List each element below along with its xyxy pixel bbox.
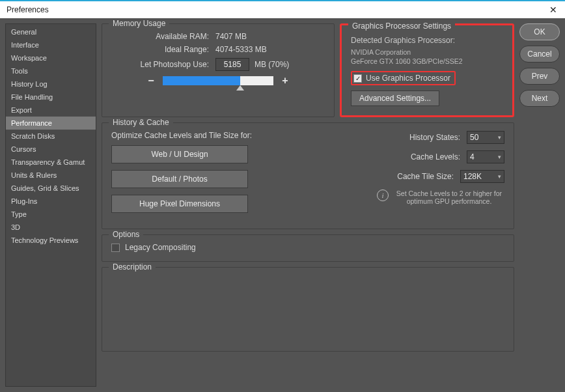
sidebar-item-guides-grid-slices[interactable]: Guides, Grid & Slices [6, 182, 96, 195]
options-group: Options Legacy Compositing [102, 234, 514, 262]
sidebar-item-transparency-gamut[interactable]: Transparency & Gamut [6, 156, 96, 169]
sidebar-item-cursors[interactable]: Cursors [6, 143, 96, 156]
sidebar-item-performance[interactable]: Performance [6, 117, 96, 130]
history-states-label: History States: [409, 133, 460, 142]
sidebar-item-workspace[interactable]: Workspace [6, 51, 96, 64]
gpu-advanced-button[interactable]: Advanced Settings... [351, 91, 439, 106]
gpu-detected-label: Detected Graphics Processor: [351, 36, 503, 45]
sidebar-item-interface[interactable]: Interface [6, 38, 96, 51]
history-cache-legend: History & Cache [109, 118, 173, 127]
preferences-sidebar: GeneralInterfaceWorkspaceToolsHistory Lo… [5, 23, 96, 387]
cache-tile-select[interactable]: 128K▾ [460, 170, 504, 183]
ideal-range-value: 4074-5333 MB [215, 45, 267, 54]
next-button[interactable]: Next [519, 90, 560, 107]
ideal-range-label: Ideal Range: [111, 45, 215, 54]
let-use-suffix: MB (70%) [255, 60, 289, 69]
sidebar-item-3d[interactable]: 3D [6, 221, 96, 234]
description-legend: Description [109, 262, 156, 272]
legacy-compositing-checkbox[interactable] [111, 244, 120, 252]
use-gpu-checkbox-row[interactable]: ✓ Use Graphics Processor [351, 71, 456, 85]
chevron-down-icon: ▾ [498, 154, 501, 160]
prev-button[interactable]: Prev [519, 68, 560, 85]
chevron-down-icon: ▾ [498, 173, 501, 180]
optimize-label: Optimize Cache Levels and Tile Size for: [111, 131, 290, 140]
sidebar-item-units-rulers[interactable]: Units & Rulers [6, 169, 96, 182]
sidebar-item-general[interactable]: General [6, 25, 96, 38]
preset-huge-pixel[interactable]: Huge Pixel Dimensions [111, 195, 248, 213]
sidebar-item-file-handling[interactable]: File Handling [6, 91, 96, 104]
memory-slider-thumb[interactable] [236, 85, 244, 91]
history-states-select[interactable]: 50▾ [467, 131, 504, 144]
let-use-label: Let Photoshop Use: [111, 60, 215, 69]
available-ram-value: 7407 MB [215, 32, 247, 41]
cache-levels-label: Cache Levels: [411, 152, 460, 161]
preset-default-photos[interactable]: Default / Photos [111, 170, 248, 188]
legacy-compositing-row[interactable]: Legacy Compositing [111, 243, 504, 252]
let-use-input[interactable] [215, 58, 249, 71]
memory-slider-fill [163, 76, 240, 85]
description-group: Description [102, 267, 514, 352]
history-cache-group: History & Cache Optimize Cache Levels an… [102, 122, 514, 229]
gpu-settings-legend: Graphics Processor Settings [348, 21, 455, 31]
gpu-model: GeForce GTX 1060 3GB/PCIe/SSE2 [351, 57, 463, 65]
gpu-vendor: NVIDIA Corporation [351, 48, 411, 56]
use-gpu-label: Use Graphics Processor [366, 74, 450, 83]
memory-slider[interactable] [163, 76, 273, 85]
cancel-button[interactable]: Cancel [519, 46, 560, 63]
gpu-settings-group: Graphics Processor Settings Detected Gra… [340, 23, 514, 117]
memory-decrease-button[interactable]: − [146, 75, 156, 87]
cache-levels-select[interactable]: 4▾ [467, 150, 504, 163]
available-ram-label: Available RAM: [111, 32, 215, 41]
sidebar-item-technology-previews[interactable]: Technology Previews [6, 234, 96, 247]
sidebar-item-export[interactable]: Export [6, 104, 96, 117]
cache-tile-label: Cache Tile Size: [397, 172, 454, 181]
ok-button[interactable]: OK [519, 23, 560, 40]
close-icon[interactable]: ✕ [545, 3, 561, 16]
sidebar-item-type[interactable]: Type [6, 208, 96, 221]
sidebar-item-plug-ins[interactable]: Plug-Ins [6, 195, 96, 208]
sidebar-item-scratch-disks[interactable]: Scratch Disks [6, 130, 96, 143]
info-icon: i [377, 189, 389, 201]
cache-info-text: Set Cache Levels to 2 or higher for opti… [394, 189, 504, 205]
sidebar-item-tools[interactable]: Tools [6, 64, 96, 77]
memory-usage-legend: Memory Usage [109, 19, 169, 28]
chevron-down-icon: ▾ [498, 134, 501, 141]
use-gpu-checkbox[interactable]: ✓ [353, 74, 362, 83]
memory-usage-group: Memory Usage Available RAM: 7407 MB Idea… [102, 23, 335, 117]
memory-increase-button[interactable]: + [280, 75, 290, 87]
preset-web-ui[interactable]: Web / UI Design [111, 145, 248, 163]
window-title: Preferences [7, 5, 49, 14]
sidebar-item-history-log[interactable]: History Log [6, 77, 96, 91]
legacy-compositing-label: Legacy Compositing [125, 243, 196, 252]
options-legend: Options [109, 230, 143, 239]
